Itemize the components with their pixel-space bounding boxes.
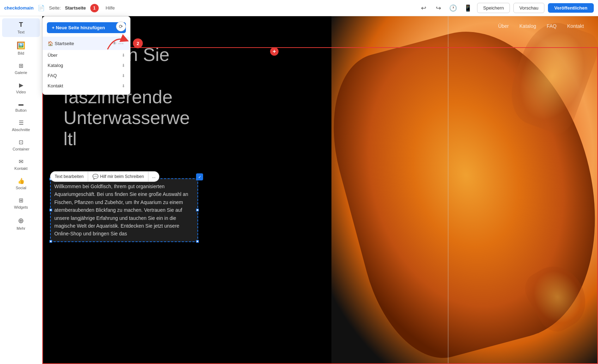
- page-name-ueber: Über: [48, 53, 120, 58]
- sort-icon-faq: ⬇: [122, 73, 125, 78]
- page-item-faq[interactable]: FAQ ⬇: [43, 70, 130, 81]
- page-name-startseite: Startseite: [55, 41, 111, 46]
- sidebar-item-button[interactable]: ▬ Button: [2, 98, 40, 115]
- resize-handle-bl[interactable]: [49, 240, 52, 243]
- logo: checkdomain: [4, 5, 33, 11]
- sort-icon-ueber: ⬇: [122, 53, 125, 58]
- sidebar-item-abschnitte[interactable]: ☰ Abschnitte: [2, 117, 40, 135]
- sidebar-item-social-label: Social: [16, 186, 26, 190]
- share-button[interactable]: ⟳: [116, 21, 126, 31]
- page-name-kontakt: Kontakt: [48, 83, 120, 88]
- page-more-button[interactable]: ⋯: [117, 39, 125, 48]
- widgets-icon: ⊞: [19, 197, 23, 204]
- sidebar-item-bild-label: Bild: [18, 51, 24, 55]
- history-button[interactable]: 🕐: [447, 2, 459, 14]
- nav-katalog[interactable]: Katalog: [519, 23, 536, 29]
- sidebar-item-kontakt[interactable]: ✉ Kontakt: [2, 155, 40, 173]
- sidebar-item-bild[interactable]: 🖼️ Bild: [2, 38, 40, 58]
- topbar-right: ↩ ↪ 🕐 📱 Speichern Vorschau Veröffentlich…: [418, 2, 594, 14]
- site-nav-links: Über Katalog FAQ Kontakt: [498, 23, 584, 29]
- topbar: checkdomain 📄 Seite: Startseite 1 Hilfe …: [0, 0, 598, 16]
- social-icon: 👍: [18, 178, 25, 184]
- sidebar-item-social[interactable]: 👍 Social: [2, 175, 40, 193]
- ai-icon: 💬: [92, 174, 98, 179]
- page-home-icon: 🏠: [48, 41, 53, 46]
- sidebar-item-widgets-label: Widgets: [14, 205, 28, 209]
- container-icon: ⊡: [19, 139, 23, 146]
- page-item-startseite[interactable]: 🏠 Startseite 👁 ⋯ 2: [43, 37, 130, 50]
- step-badge-2: 2: [133, 38, 143, 48]
- image-icon: 🖼️: [17, 41, 25, 50]
- main-layout: T Text 🖼️ Bild ⊞ Galerie ▶ Video ▬ Butto…: [0, 16, 598, 364]
- save-button[interactable]: Speichern: [477, 3, 510, 13]
- page-icon: 📄: [38, 5, 45, 11]
- nav-ueber[interactable]: Über: [498, 23, 509, 29]
- sidebar-item-galerie-label: Galerie: [15, 70, 27, 75]
- page-name[interactable]: Startseite: [65, 5, 86, 11]
- sidebar-item-button-label: Button: [16, 108, 27, 112]
- sidebar-item-container[interactable]: ⊡ Container: [2, 136, 40, 154]
- resize-handle-mr[interactable]: [196, 209, 199, 211]
- sidebar-item-widgets[interactable]: ⊞ Widgets: [2, 194, 40, 212]
- gallery-icon: ⊞: [19, 62, 23, 69]
- page-item-kontakt[interactable]: Kontakt ⬇: [43, 81, 130, 91]
- page-name-katalog: Katalog: [48, 63, 120, 68]
- sidebar-item-container-label: Container: [13, 147, 30, 151]
- share-icon: ⟳: [119, 24, 123, 29]
- sidebar-item-mehr[interactable]: ⊕ Mehr: [2, 214, 40, 233]
- hilfe-link[interactable]: Hilfe: [106, 5, 115, 11]
- sidebar-item-abschnitte-label: Abschnitte: [12, 128, 30, 132]
- text-icon: T: [19, 21, 23, 29]
- sidebar-item-video[interactable]: ▶ Video: [2, 79, 40, 97]
- hero-right: [331, 16, 598, 364]
- page-item-ueber[interactable]: Über ⬇: [43, 50, 130, 60]
- nav-kontakt[interactable]: Kontakt: [567, 23, 584, 29]
- sidebar-item-galerie[interactable]: ⊞ Galerie: [2, 60, 40, 78]
- sidebar-item-kontakt-label: Kontakt: [14, 166, 28, 171]
- goldfish-background: [331, 16, 598, 364]
- eye-icon: 👁: [112, 41, 117, 46]
- add-section-button[interactable]: +: [270, 47, 279, 56]
- sort-icon-katalog: ⬇: [122, 63, 125, 68]
- publish-button[interactable]: Veröffentlichen: [548, 3, 594, 13]
- sidebar-item-text-label: Text: [17, 30, 24, 34]
- sidebar-item-text[interactable]: T Text: [2, 18, 40, 37]
- text-edit-button[interactable]: Text bearbeiten: [50, 171, 88, 182]
- add-page-button[interactable]: + Neue Seite hinzufügen: [47, 22, 126, 33]
- confirm-edit-button[interactable]: ✓: [196, 173, 203, 180]
- page-visible-icons: 👁: [111, 41, 117, 46]
- more-options-button[interactable]: ...: [148, 171, 159, 182]
- page-name-faq: FAQ: [48, 73, 120, 78]
- sidebar-item-mehr-label: Mehr: [17, 226, 25, 230]
- step-badge-1: 1: [90, 4, 99, 12]
- page-label: Seite:: [49, 5, 61, 11]
- page-item-katalog[interactable]: Katalog ⬇: [43, 60, 130, 70]
- resize-handle-br[interactable]: [196, 240, 199, 243]
- ai-write-button[interactable]: 💬 Hilf mir beim Schreiben: [88, 171, 148, 182]
- page-dropdown: + Neue Seite hinzufügen ⟳ 🏠 Startseite 👁…: [42, 16, 130, 95]
- preview-button[interactable]: Vorschau: [513, 3, 544, 13]
- sections-icon: ☰: [19, 119, 24, 126]
- sidebar-item-video-label: Video: [16, 90, 26, 94]
- more-icon: ⊕: [18, 216, 24, 225]
- nav-faq[interactable]: FAQ: [547, 23, 557, 29]
- redo-button[interactable]: ↪: [433, 2, 444, 14]
- resize-handle-ml[interactable]: [49, 209, 52, 211]
- hero-body-text[interactable]: Willkommen bei Goldfisch, Ihrem gut orga…: [54, 183, 194, 238]
- text-edit-box: ✓ Willkommen bei Goldfisch, Ihrem gut or…: [50, 178, 198, 242]
- contact-icon: ✉: [19, 158, 23, 165]
- ai-label: Hilf mir beim Schreiben: [100, 174, 144, 179]
- floating-toolbar: Text bearbeiten 💬 Hilf mir beim Schreibe…: [50, 171, 159, 182]
- video-icon: ▶: [19, 82, 23, 88]
- undo-button[interactable]: ↩: [418, 2, 429, 14]
- vertical-divider: [448, 16, 448, 364]
- sidebar: T Text 🖼️ Bild ⊞ Galerie ▶ Video ▬ Butto…: [0, 16, 42, 364]
- mobile-preview-button[interactable]: 📱: [462, 2, 474, 14]
- button-icon: ▬: [19, 101, 24, 107]
- sort-icon-kontakt: ⬇: [122, 84, 125, 88]
